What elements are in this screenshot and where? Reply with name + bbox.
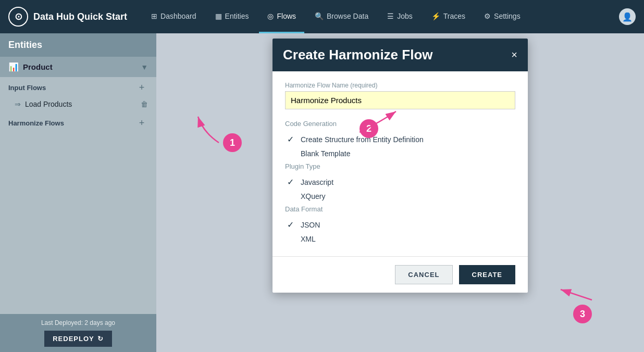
harmonize-flows-section: Harmonize Flows +	[0, 112, 156, 131]
nav-item-flows[interactable]: ◎ Flows	[259, 0, 304, 33]
sidebar-entity-product[interactable]: 📊 Product ▼	[0, 57, 156, 77]
dashboard-icon: ⊞	[151, 12, 157, 20]
app-logo[interactable]: ⊙ Data Hub Quick Start	[8, 7, 127, 27]
nav-items: ⊞ Dashboard ▦ Entities ◎ Flows 🔍 Browse …	[143, 0, 619, 33]
checkmark-icon: ✓	[285, 220, 295, 230]
nav-item-browse-data[interactable]: 🔍 Browse Data	[306, 0, 377, 33]
nav-item-jobs[interactable]: ☰ Jobs	[379, 0, 421, 33]
modal-overlay: Create Harmonize Flow × Harmonize Flow N…	[156, 33, 644, 352]
jobs-icon: ☰	[387, 12, 394, 20]
data-format-json-option[interactable]: ✓ JSON	[285, 217, 515, 232]
user-avatar[interactable]: 👤	[619, 8, 636, 25]
code-gen-blank-template-option[interactable]: Blank Template	[285, 147, 515, 160]
create-harmonize-flow-modal: Create Harmonize Flow × Harmonize Flow N…	[273, 39, 528, 293]
redeploy-button[interactable]: REDEPLOY ↻	[44, 331, 112, 347]
checkmark-icon: ✓	[285, 177, 295, 187]
checkmark-icon: ✓	[285, 134, 295, 144]
nav-right: 👤	[619, 8, 636, 25]
settings-icon: ⚙	[484, 12, 491, 20]
add-harmonize-flow-button[interactable]: +	[135, 117, 148, 129]
sidebar: Entities 📊 Product ▼ Input Flows + ⇒ Loa…	[0, 33, 156, 352]
nav-item-entities[interactable]: ▦ Entities	[207, 0, 257, 33]
content-area: Create Harmonize Flow × Harmonize Flow N…	[156, 33, 644, 352]
plugin-javascript-option[interactable]: ✓ Javascript	[285, 174, 515, 190]
modal-header: Create Harmonize Flow ×	[273, 39, 528, 71]
main-layout: Entities 📊 Product ▼ Input Flows + ⇒ Loa…	[0, 33, 644, 352]
data-format-xml-option[interactable]: XML	[285, 232, 515, 246]
top-nav: ⊙ Data Hub Quick Start ⊞ Dashboard ▦ Ent…	[0, 0, 644, 33]
last-deployed-text: Last Deployed: 2 days ago	[41, 319, 115, 326]
modal-title: Create Harmonize Flow	[283, 47, 433, 63]
plugin-xquery-option[interactable]: XQuery	[285, 190, 515, 203]
flow-name-input[interactable]	[285, 91, 515, 109]
refresh-icon: ↻	[97, 335, 104, 343]
entity-icon: 📊	[8, 62, 19, 72]
input-flow-icon: ⇒	[15, 100, 21, 108]
create-button[interactable]: CREATE	[459, 265, 515, 284]
modal-footer: CANCEL CREATE	[273, 256, 528, 293]
add-input-flow-button[interactable]: +	[135, 81, 148, 94]
nav-item-dashboard[interactable]: ⊞ Dashboard	[143, 0, 205, 33]
nav-item-settings[interactable]: ⚙ Settings	[476, 0, 529, 33]
entities-icon: ▦	[215, 12, 222, 20]
delete-input-flow-button[interactable]: 🗑	[141, 100, 148, 108]
load-products-label: ⇒ Load Products	[15, 100, 72, 108]
sidebar-header: Entities	[0, 33, 156, 57]
cancel-button[interactable]: CANCEL	[395, 265, 452, 284]
app-title: Data Hub Quick Start	[33, 11, 127, 22]
entity-label: 📊 Product	[8, 62, 53, 72]
traces-icon: ⚡	[431, 12, 440, 20]
modal-body: Harmonize Flow Name (required) Code Gene…	[273, 71, 528, 256]
sidebar-item-load-products[interactable]: ⇒ Load Products 🗑	[0, 96, 156, 112]
code-generation-header: Code Generation	[285, 120, 515, 128]
flows-icon: ◎	[267, 12, 274, 20]
sidebar-bottom: Last Deployed: 2 days ago REDEPLOY ↻	[0, 314, 156, 352]
chevron-down-icon: ▼	[141, 63, 148, 71]
nav-item-traces[interactable]: ⚡ Traces	[423, 0, 474, 33]
code-gen-create-structure-option[interactable]: ✓ Create Structure from Entity Definitio…	[285, 132, 515, 147]
search-icon: 🔍	[315, 12, 324, 20]
logo-icon: ⊙	[8, 7, 28, 27]
plugin-type-header: Plugin Type	[285, 162, 515, 170]
flow-name-label: Harmonize Flow Name (required)	[285, 82, 515, 89]
input-flows-section: Input Flows +	[0, 77, 156, 96]
modal-close-button[interactable]: ×	[511, 49, 517, 61]
data-format-header: Data Format	[285, 205, 515, 213]
